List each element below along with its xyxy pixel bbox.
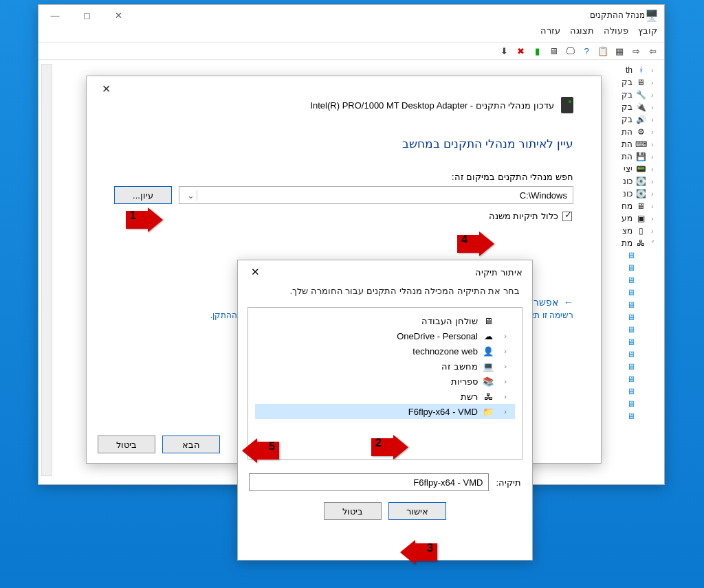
- network-icon: 🖧: [482, 391, 494, 402]
- sound-icon: 🔊: [635, 114, 646, 125]
- folder-tree-item[interactable]: 🖥שולחן העבודה: [255, 313, 515, 328]
- monitor-icon: 🖥: [626, 361, 637, 372]
- folder-tree-item[interactable]: ‹👤technozone web: [255, 343, 515, 359]
- next-button[interactable]: הבא: [162, 436, 220, 453]
- folder-tree-item[interactable]: ‹📁F6flpy-x64 - VMD: [255, 404, 515, 419]
- dialog-title: איתור תיקיה: [475, 267, 522, 278]
- include-subfolders-label: כלול תיקיות משנה: [489, 211, 558, 221]
- disk-icon: 💽: [635, 176, 646, 187]
- checkbox-icon[interactable]: [562, 212, 572, 221]
- bluetooth-icon: ᚼ: [635, 65, 646, 76]
- storage-icon: 💾: [635, 151, 646, 162]
- menubar: קובץ פעולה תצוגה עזרה: [38, 25, 664, 42]
- monitor-icon: 🖥: [635, 77, 646, 88]
- browse-button[interactable]: עיון...: [114, 186, 172, 204]
- monitor-icon: 🖥: [626, 324, 637, 335]
- monitor-icon: 🖥: [626, 411, 637, 422]
- monitor-icon: 🖥: [626, 250, 637, 261]
- libraries-icon: 📚: [482, 376, 494, 387]
- monitor-icon: 🖥: [626, 349, 637, 360]
- driver-path-value: C:\Windows: [520, 190, 567, 201]
- dropdown-icon[interactable]: ⌄: [185, 190, 197, 201]
- cancel-button[interactable]: ביטול: [324, 502, 382, 520]
- port-icon: 📟: [635, 163, 646, 174]
- uninstall-button[interactable]: ✖: [513, 44, 528, 58]
- app-icon: 🖥️: [645, 9, 659, 22]
- usb-icon: 🔌: [635, 102, 646, 113]
- folder-icon: 📁: [482, 406, 494, 417]
- device-header: עדכון מנהלי התקנים - Intel(R) PRO/1000 M…: [114, 97, 573, 113]
- monitor-icon: 🖥: [626, 287, 637, 298]
- cancel-button[interactable]: ביטול: [98, 436, 155, 453]
- properties-button[interactable]: 📋: [595, 44, 610, 58]
- include-subfolders-row[interactable]: כלול תיקיות משנה: [116, 211, 572, 221]
- folder-tree-item[interactable]: ‹☁OneDrive - Personal: [255, 328, 515, 343]
- monitor-icon: 🖥: [626, 386, 637, 397]
- browse-folder-dialog: איתור תיקיה ✕ בחר את התיקיה המכילה מנהלי…: [237, 260, 533, 561]
- battery-icon: ▯: [635, 225, 646, 236]
- menu-file[interactable]: קובץ: [638, 25, 657, 42]
- folder-tree[interactable]: 🖥שולחן העבודה‹☁OneDrive - Personal‹👤tech…: [248, 307, 522, 460]
- update-button[interactable]: ⬇: [496, 44, 512, 58]
- device-icon: 🔧: [635, 89, 646, 100]
- dialog-prompt: בחר את התיקיה המכילה מנהלי התקנים עבור ה…: [238, 282, 532, 303]
- ok-button[interactable]: אישור: [388, 502, 446, 520]
- scrollbar[interactable]: [41, 64, 52, 476]
- window-title: מנהל ההתקנים: [44, 10, 645, 20]
- titlebar: 🖥️ מנהל ההתקנים — ◻ ✕: [38, 5, 664, 25]
- onedrive-icon: ☁: [482, 330, 494, 341]
- monitor-icon: 🖥: [626, 299, 637, 310]
- monitor-icon: 🖥: [626, 398, 637, 409]
- driver-path-combo[interactable]: ⌄ C:\Windows: [179, 186, 573, 204]
- system-icon: ⚙: [635, 126, 646, 137]
- folder-tree-item[interactable]: ‹📚ספריות: [255, 374, 515, 389]
- folder-tree-item[interactable]: ‹💻מחשב זה: [255, 359, 515, 374]
- monitor-icon: 🖥: [626, 374, 637, 385]
- enable-button[interactable]: ▮: [529, 44, 544, 58]
- close-button[interactable]: ✕: [104, 6, 132, 24]
- folder-label: תיקיה:: [496, 477, 521, 488]
- view-button[interactable]: 🖵: [562, 44, 578, 58]
- forward-button[interactable]: ⇨: [628, 44, 644, 58]
- toolbar: ⇦ ⇨ ▦ 📋 ? 🖵 🖥 ▮ ✖ ⬇: [38, 42, 664, 60]
- menu-action[interactable]: פעולה: [604, 25, 628, 42]
- show-hidden-button[interactable]: ▦: [612, 44, 627, 58]
- monitor-icon: 🖥: [626, 312, 637, 323]
- close-icon[interactable]: ✕: [243, 264, 267, 280]
- monitor-icon: 🖥: [626, 262, 637, 273]
- menu-help[interactable]: עזרה: [540, 25, 560, 42]
- wizard-heading: עיין לאיתור מנהלי התקנים במחשב: [114, 137, 573, 151]
- pc-icon: 💻: [482, 361, 494, 372]
- menu-view[interactable]: תצוגה: [570, 25, 594, 42]
- back-button[interactable]: ⇦: [645, 44, 660, 58]
- folder-tree-item[interactable]: ‹🖧רשת: [255, 389, 515, 404]
- search-label: חפש מנהלי התקנים במיקום זה:: [114, 172, 573, 182]
- tree-item[interactable]: ‹ᚼth: [549, 64, 659, 76]
- desktop-icon: 🖥: [482, 315, 494, 326]
- maximize-button[interactable]: ◻: [73, 6, 100, 24]
- cpu-icon: ▣: [635, 213, 646, 224]
- monitor-icon: 🖥: [626, 337, 637, 348]
- monitor-icon: 🖥: [626, 275, 637, 286]
- minimize-button[interactable]: —: [41, 6, 69, 24]
- disk-icon: 💽: [635, 188, 646, 199]
- folder-input[interactable]: [249, 473, 489, 491]
- help-button[interactable]: ?: [579, 44, 594, 58]
- user-icon: 👤: [482, 346, 494, 357]
- computer-icon: 🖥: [635, 201, 646, 212]
- hid-icon: ⌨: [635, 139, 646, 150]
- device-icon: [561, 97, 573, 113]
- network-icon: 🖧: [635, 238, 646, 249]
- close-icon[interactable]: ✕: [94, 80, 118, 97]
- scan-button[interactable]: 🖥: [546, 44, 561, 58]
- device-title: עדכון מנהלי התקנים - Intel(R) PRO/1000 M…: [310, 100, 554, 111]
